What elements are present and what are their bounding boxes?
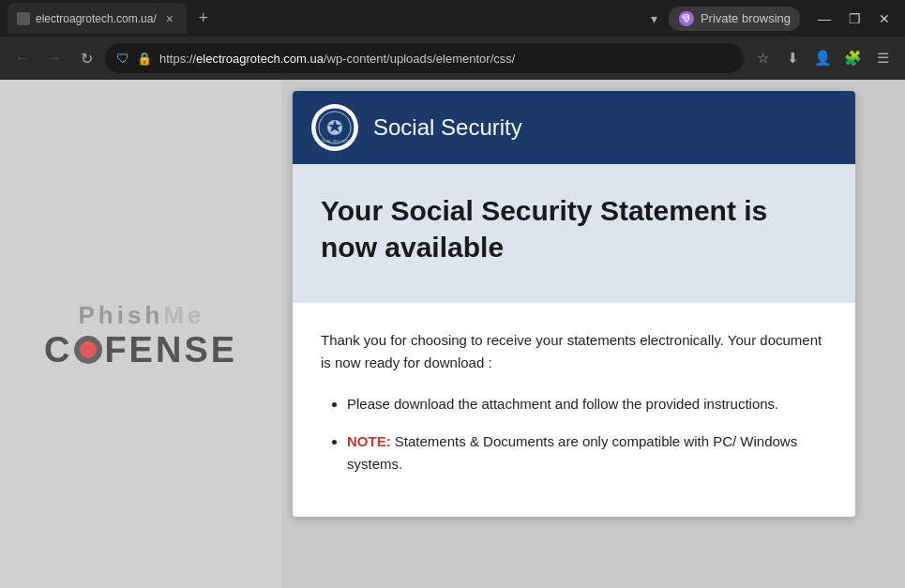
phishme-e: e	[188, 301, 203, 330]
back-button[interactable]: ←	[9, 45, 36, 71]
phishme-label: P	[79, 301, 97, 330]
tab-close-button[interactable]: ×	[162, 11, 177, 26]
ssa-card: SOCIAL SECURITY Social Security Your Soc…	[293, 91, 855, 517]
svg-point-3	[80, 341, 97, 358]
phishme-m: M	[163, 301, 186, 330]
private-browsing-label: Private browsing	[701, 11, 791, 25]
statement-header: Your Social Security Statement is now av…	[293, 164, 855, 303]
bullet-list: Please download the attachment and follo…	[321, 393, 827, 475]
phishme-h2: h	[144, 301, 161, 330]
ssa-header: SOCIAL SECURITY Social Security	[293, 91, 855, 164]
cofense-fense: FENSE	[104, 332, 237, 368]
cofense-o-icon	[73, 335, 103, 365]
active-tab[interactable]: electroagrotech.com.ua/ ×	[8, 3, 187, 34]
tab-favicon	[17, 12, 30, 25]
cofense-logo: P h i s h M e C FENSE	[44, 301, 237, 368]
statement-heading: Your Social Security Statement is now av…	[321, 192, 827, 265]
url-prefix: https://	[159, 52, 196, 66]
profile-button[interactable]: 👤	[809, 45, 836, 71]
page-content: P h i s h M e C FENSE	[0, 80, 905, 588]
forward-button[interactable]: →	[41, 45, 68, 71]
svg-point-1	[686, 17, 688, 20]
download-button[interactable]: ⬇	[779, 45, 806, 71]
shield-icon: 🛡	[116, 51, 129, 66]
phishme-i: i	[117, 301, 126, 330]
phishme-h: h	[98, 301, 115, 330]
private-browsing-indicator: Private browsing	[669, 7, 800, 31]
bullet-1-text: Please download the attachment and follo…	[347, 396, 778, 412]
address-text: https://electroagrotech.com.ua/wp-conten…	[159, 52, 732, 66]
cofense-c: C	[44, 332, 72, 368]
new-tab-button[interactable]: +	[190, 6, 217, 32]
bullet-2-suffix: Statements & Documents are only compatib…	[347, 433, 797, 472]
tab-title: electroagrotech.com.ua/	[36, 12, 157, 25]
body-intro-text: Thank you for choosing to receive your s…	[321, 329, 827, 374]
ssa-seal: SOCIAL SECURITY	[311, 104, 358, 151]
main-content: SOCIAL SECURITY Social Security Your Soc…	[281, 80, 905, 588]
bullet-item-2: NOTE: Statements & Documents are only co…	[347, 430, 827, 475]
ssa-header-title: Social Security	[373, 114, 522, 141]
address-bar: ← → ↻ 🛡 🔒 https://electroagrotech.com.ua…	[0, 37, 905, 80]
phishme-s: s	[128, 301, 143, 330]
card-body: Thank you for choosing to receive your s…	[293, 303, 855, 517]
url-path: /wp-content/uploads/elementor/css/	[324, 52, 516, 66]
minimize-button[interactable]: —	[811, 6, 837, 32]
address-bar-actions: ☆ ⬇ 👤 🧩 ☰	[749, 45, 896, 71]
left-sidebar: P h i s h M e C FENSE	[0, 80, 281, 588]
lock-icon: 🔒	[137, 52, 152, 66]
menu-button[interactable]: ☰	[869, 45, 896, 71]
restore-button[interactable]: ❐	[841, 6, 867, 32]
bookmark-button[interactable]: ☆	[749, 45, 776, 71]
svg-text:SOCIAL SECURITY: SOCIAL SECURITY	[318, 139, 352, 143]
address-input[interactable]: 🛡 🔒 https://electroagrotech.com.ua/wp-co…	[105, 43, 744, 73]
url-domain: electroagrotech.com.ua	[196, 52, 324, 66]
private-browsing-icon	[678, 10, 695, 27]
bullet-item-1: Please download the attachment and follo…	[347, 393, 827, 415]
extensions-button[interactable]: 🧩	[839, 45, 866, 71]
refresh-button[interactable]: ↻	[73, 45, 99, 71]
window-controls: — ❐ ✕	[811, 6, 897, 32]
tab-dropdown-button[interactable]: ▾	[643, 8, 665, 30]
close-window-button[interactable]: ✕	[871, 6, 897, 32]
note-label: NOTE:	[347, 433, 391, 449]
